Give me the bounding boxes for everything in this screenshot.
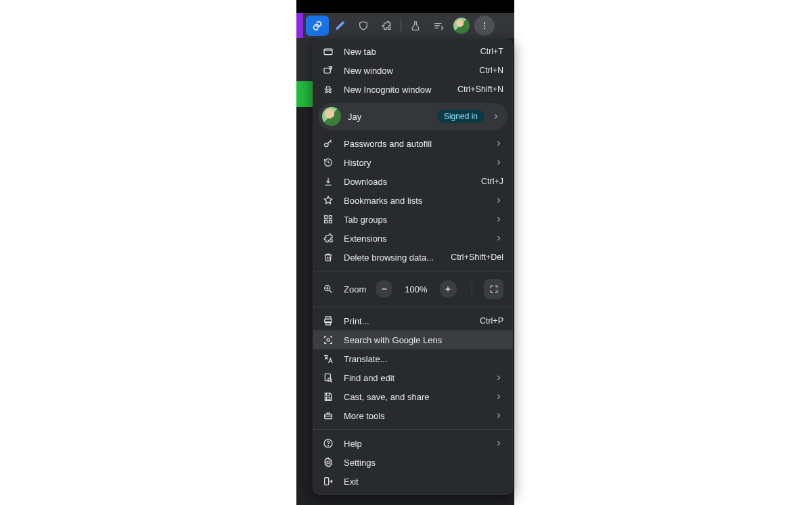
menu-item-exit[interactable]: Exit (313, 472, 513, 491)
menu-item-label: Extensions (344, 234, 484, 244)
tab-color-fragment (296, 13, 303, 38)
menu-item-label: Tab groups (344, 215, 484, 225)
incognito-icon (322, 83, 334, 95)
chevron-right-icon (494, 392, 503, 401)
menu-item-label: Cast, save, and share (344, 392, 484, 402)
menu-item-profile[interactable]: Jay Signed in (318, 103, 508, 130)
zoom-out-button[interactable] (376, 280, 392, 298)
fullscreen-button[interactable] (484, 279, 503, 299)
help-icon (322, 437, 334, 449)
menu-item-shortcut: Ctrl+T (480, 47, 503, 56)
menu-item-label: More tools (344, 411, 484, 421)
menu-item-bookmarks[interactable]: Bookmarks and lists (313, 191, 513, 210)
menu-item-new-window[interactable]: New window Ctrl+N (313, 61, 513, 80)
menu-item-label: Help (344, 439, 484, 449)
profile-avatar-toolbar[interactable] (453, 18, 470, 34)
svg-rect-20 (325, 414, 332, 419)
menu-item-translate[interactable]: Translate... (313, 349, 513, 368)
extensions-button[interactable] (375, 16, 398, 36)
menu-item-help[interactable]: Help (313, 434, 513, 453)
menu-item-downloads[interactable]: Downloads Ctrl+J (313, 172, 513, 191)
menu-item-new-tab[interactable]: New tab Ctrl+T (313, 42, 513, 61)
menu-item-shortcut: Ctrl+Shift+N (457, 85, 503, 94)
svg-rect-11 (329, 220, 332, 223)
translate-icon (322, 353, 334, 365)
menu-item-label: New Incognito window (344, 85, 448, 95)
menu-item-shortcut: Ctrl+J (481, 177, 503, 186)
gear-icon (322, 456, 334, 468)
chevron-right-icon (494, 139, 503, 148)
menu-item-shortcut: Ctrl+N (479, 66, 503, 75)
fullscreen-icon (489, 284, 499, 294)
menu-item-passwords[interactable]: Passwords and autofill (313, 134, 513, 153)
profile-name: Jay (348, 112, 430, 122)
chevron-right-icon (494, 234, 503, 243)
svg-rect-9 (329, 216, 332, 219)
extension-shield-button[interactable] (352, 16, 375, 36)
download-icon (322, 175, 334, 188)
key-icon (322, 137, 334, 150)
svg-point-22 (328, 445, 328, 446)
zoom-in-button[interactable] (440, 280, 457, 298)
star-icon (322, 194, 334, 206)
menu-item-label: Bookmarks and lists (344, 196, 484, 206)
chevron-right-icon (494, 158, 503, 167)
menu-item-find-edit[interactable]: Find and edit (313, 368, 513, 387)
menu-item-more-tools[interactable]: More tools (313, 406, 513, 425)
zoom-icon (322, 283, 334, 295)
menu-item-delete-browsing-data[interactable]: Delete browsing data... Ctrl+Shift+Del (313, 248, 513, 267)
extension-pencil-button[interactable] (329, 16, 352, 36)
zoom-divider (472, 282, 472, 297)
profile-avatar (322, 107, 341, 126)
menu-item-history[interactable]: History (313, 153, 513, 172)
shield-icon (358, 20, 369, 31)
menu-item-tab-groups[interactable]: Tab groups (313, 210, 513, 229)
plus-icon (444, 285, 452, 293)
flask-icon (410, 20, 421, 31)
menu-item-incognito[interactable]: New Incognito window Ctrl+Shift+N (313, 80, 513, 99)
save-icon (322, 391, 334, 403)
print-icon (322, 315, 334, 327)
menu-item-label: Downloads (344, 177, 472, 187)
tab-icon (322, 45, 334, 58)
media-icon (433, 20, 444, 31)
zoom-value: 100% (402, 284, 430, 294)
menu-item-google-lens[interactable]: Search with Google Lens (313, 330, 513, 349)
svg-point-0 (484, 22, 485, 23)
svg-rect-24 (325, 478, 329, 485)
menu-item-label: Passwords and autofill (344, 139, 484, 149)
find-icon (322, 372, 334, 384)
menu-item-cast-save-share[interactable]: Cast, save, and share (313, 387, 513, 406)
menu-item-label: Settings (344, 458, 503, 468)
menu-item-shortcut: Ctrl+P (480, 316, 503, 326)
svg-point-2 (484, 28, 485, 29)
labs-button[interactable] (404, 16, 427, 36)
menu-item-extensions[interactable]: Extensions (313, 229, 513, 248)
svg-rect-3 (324, 49, 332, 55)
exit-icon (322, 475, 334, 487)
menu-item-shortcut: Ctrl+Shift+Del (451, 252, 503, 262)
grid-icon (322, 213, 334, 225)
menu-item-label: Print... (344, 316, 470, 326)
chevron-right-icon (494, 373, 503, 382)
window-new-icon (322, 64, 334, 76)
zoom-label: Zoom (344, 284, 366, 294)
menu-item-print[interactable]: Print... Ctrl+P (313, 311, 513, 330)
menu-item-label: Delete browsing data... (344, 252, 441, 263)
chrome-menu-button[interactable] (474, 16, 495, 36)
chevron-right-icon (494, 196, 503, 205)
menu-item-zoom: Zoom 100% (313, 276, 513, 303)
extension-link-button[interactable] (306, 16, 329, 36)
page-green-fragment (296, 81, 313, 107)
history-icon (322, 156, 334, 169)
svg-rect-8 (325, 216, 328, 219)
chevron-right-icon (494, 439, 503, 448)
svg-rect-15 (326, 322, 331, 325)
menu-separator (313, 271, 513, 271)
chevron-right-icon (494, 411, 503, 420)
svg-point-23 (327, 461, 330, 464)
menu-item-settings[interactable]: Settings (313, 453, 513, 472)
menu-item-label: New window (344, 66, 470, 76)
media-controls-button[interactable] (427, 16, 450, 36)
chevron-right-icon (494, 215, 503, 224)
